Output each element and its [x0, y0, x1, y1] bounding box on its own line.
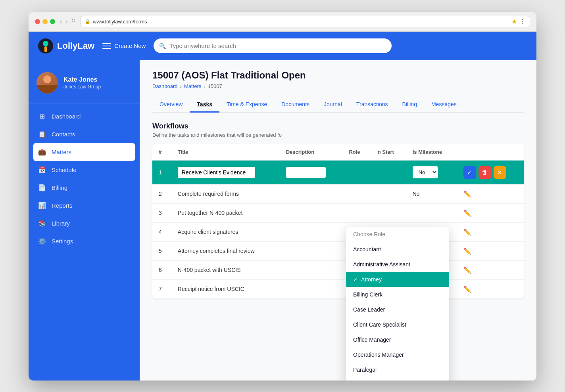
row-milestone-cell: No Yes [406, 160, 457, 185]
row-desc [280, 203, 343, 222]
create-new-label: Create New [114, 42, 146, 49]
tab-time-expense[interactable]: Time & Expense [219, 97, 274, 113]
url-text: www.lollylaw.com/forms [93, 19, 147, 25]
breadcrumb: Dashboard › Matters › 15007 [152, 83, 524, 89]
row-desc [280, 241, 343, 260]
dropdown-item-billing-clerk[interactable]: Billing Clerk [346, 287, 449, 302]
confirm-button[interactable]: ✓ [463, 166, 476, 179]
breadcrumb-current: 15007 [208, 83, 222, 89]
edit-button[interactable]: ✏️ [463, 209, 471, 217]
avatar [37, 72, 58, 94]
sidebar-item-billing[interactable]: 📄 Billing [29, 179, 140, 197]
table-row: 7 Receipt notice from USCIC 66 Yes ✏️ [152, 279, 524, 298]
table-row: 4 Acquire client signatures No ✏️ [152, 222, 524, 241]
table-row: 6 N-400 packet with USCIS Yes ✏️ [152, 260, 524, 279]
hamburger-icon [102, 43, 111, 49]
settings-icon: ⚙️ [38, 237, 46, 245]
minimize-dot[interactable] [42, 19, 48, 24]
dropdown-item-receptionist[interactable]: Receptionist [346, 377, 449, 381]
tab-tasks[interactable]: Tasks [190, 97, 219, 113]
tab-journal[interactable]: Journal [317, 97, 349, 113]
browser-chrome: ‹ › ↻ 🔒 www.lollylaw.com/forms ★ ⋮ [29, 12, 536, 32]
user-profile: Kate Jones Jones Law Group [29, 68, 140, 103]
sidebar: Kate Jones Jones Law Group ⊞ Dashboard 📋… [29, 60, 140, 381]
row-title: Acquire client signatures [171, 222, 280, 241]
dropdown-item-client-care[interactable]: Client Care Specialist [346, 317, 449, 332]
breadcrumb-sep: › [204, 83, 205, 89]
sidebar-item-label: Contacts [52, 131, 75, 138]
col-actions [457, 144, 524, 160]
search-input[interactable] [154, 38, 392, 53]
sidebar-item-matters[interactable]: 💼 Matters [33, 143, 135, 161]
sidebar-item-schedule[interactable]: 📅 Schedule [29, 161, 140, 179]
close-dot[interactable] [35, 19, 40, 24]
logo-icon [38, 38, 53, 54]
dropdown-item-admin-assistant[interactable]: Administrative Assisant [346, 257, 449, 272]
task-desc-input[interactable] [286, 167, 326, 178]
row-num: 5 [152, 241, 171, 260]
tab-billing[interactable]: Billing [395, 97, 424, 113]
sidebar-item-reports[interactable]: 📊 Reports [29, 197, 140, 214]
row-role [342, 203, 371, 222]
tab-messages[interactable]: Messages [424, 97, 464, 113]
sidebar-item-label: Dashboard [52, 113, 81, 120]
edit-button[interactable]: ✏️ [463, 247, 471, 255]
row-edit-cell: ✏️ [457, 203, 524, 222]
tabs: Overview Tasks Time & Expense Documents … [152, 97, 524, 113]
browser-menu-icon[interactable]: ⋮ [519, 18, 526, 25]
tab-overview[interactable]: Overview [152, 97, 190, 113]
row-desc [280, 222, 343, 241]
delete-button[interactable]: 🗑 [479, 166, 491, 179]
row-edit-cell: ✏️ [457, 184, 524, 203]
dropdown-item-case-leader[interactable]: Case Leader [346, 302, 449, 317]
tab-documents[interactable]: Documents [274, 97, 317, 113]
edit-button[interactable]: ✏️ [463, 266, 471, 274]
row-actions-cell: ✓ 🗑 ✕ [457, 160, 524, 185]
schedule-icon: 📅 [38, 166, 46, 174]
dropdown-item-paralegal[interactable]: Paralegal [346, 362, 449, 377]
dropdown-item-accountant[interactable]: Accountant [346, 242, 449, 257]
bookmark-icon[interactable]: ★ [511, 18, 517, 25]
create-new-button[interactable]: Create New [102, 42, 146, 49]
dropdown-item-office-manager[interactable]: Office Manager [346, 332, 449, 347]
tab-transactions[interactable]: Transactions [349, 97, 395, 113]
library-icon: 📚 [38, 220, 46, 227]
sidebar-item-settings[interactable]: ⚙️ Settings [29, 232, 140, 250]
section-desc: Define the tasks and milestones that wil… [152, 132, 524, 138]
edit-button[interactable]: ✏️ [463, 190, 471, 198]
edit-button[interactable]: ✏️ [463, 228, 471, 236]
breadcrumb-dashboard[interactable]: Dashboard [152, 83, 178, 89]
edit-button[interactable]: ✏️ [463, 285, 471, 293]
dashboard-icon: ⊞ [38, 113, 46, 120]
sidebar-item-label: Library [52, 220, 70, 227]
back-button[interactable]: ‹ [60, 17, 62, 26]
sidebar-item-dashboard[interactable]: ⊞ Dashboard [29, 107, 140, 125]
breadcrumb-matters[interactable]: Matters [184, 83, 201, 89]
cancel-edit-button[interactable]: ✕ [494, 166, 506, 179]
row-title: N-400 packet with USCIS [171, 260, 280, 279]
dropdown-item-attorney[interactable]: ✓ Attorney [346, 272, 449, 287]
search-bar[interactable]: 🔍 [154, 38, 392, 53]
row-num: 6 [152, 260, 171, 279]
browser-dots [35, 19, 55, 24]
sidebar-item-library[interactable]: 📚 Library [29, 214, 140, 232]
dropdown-label: Attorney [361, 276, 382, 283]
reload-button[interactable]: ↻ [71, 17, 76, 26]
sidebar-item-label: Schedule [52, 166, 77, 173]
browser-url-bar[interactable]: 🔒 www.lollylaw.com/forms ★ ⋮ [81, 16, 530, 27]
maximize-dot[interactable] [50, 19, 55, 24]
row-num: 7 [152, 279, 171, 298]
role-dropdown[interactable]: Choose Role Accountant Administrative As… [346, 227, 449, 381]
milestone-select[interactable]: No Yes [413, 166, 438, 178]
contacts-icon: 📋 [38, 130, 46, 138]
billing-icon: 📄 [38, 184, 46, 191]
table-row: 5 Attorney completes final review Yes ✏️ [152, 241, 524, 260]
task-title-input[interactable] [178, 167, 255, 178]
row-edit-cell: ✏️ [457, 260, 524, 279]
forward-button[interactable]: › [65, 17, 68, 26]
logo-text: LollyLaw [57, 41, 94, 51]
sidebar-item-contacts[interactable]: 📋 Contacts [29, 125, 140, 143]
row-actions: ✓ 🗑 ✕ [463, 166, 517, 179]
dropdown-item-operations-manager[interactable]: Operations Manager [346, 347, 449, 362]
row-title: Receipt notice from USCIC [171, 279, 280, 298]
